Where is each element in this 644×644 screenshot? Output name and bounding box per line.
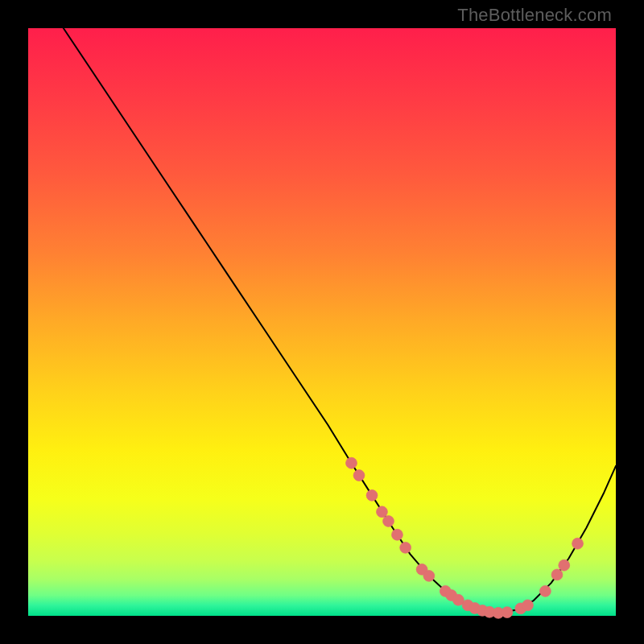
- outer-frame: TheBottleneck.com: [0, 0, 644, 644]
- curve-marker: [551, 569, 563, 580]
- curve-marker: [400, 542, 411, 553]
- curve-marker: [353, 470, 365, 481]
- curve-marker: [377, 506, 388, 518]
- curve-marker: [572, 538, 584, 549]
- curve-marker: [346, 457, 357, 469]
- bottleneck-curve: [64, 28, 616, 613]
- curve-marker: [522, 600, 534, 611]
- curve-marker: [423, 570, 435, 581]
- curve-marker: [383, 516, 394, 527]
- watermark-text: TheBottleneck.com: [457, 5, 612, 26]
- plot-area: [28, 28, 616, 616]
- curve-marker: [539, 585, 551, 597]
- curve-marker: [366, 489, 378, 501]
- curve-marker: [392, 529, 403, 540]
- curve-marker: [502, 607, 513, 618]
- curve-markers: [346, 457, 584, 618]
- chart-svg: [28, 28, 616, 616]
- curve-marker: [559, 559, 570, 571]
